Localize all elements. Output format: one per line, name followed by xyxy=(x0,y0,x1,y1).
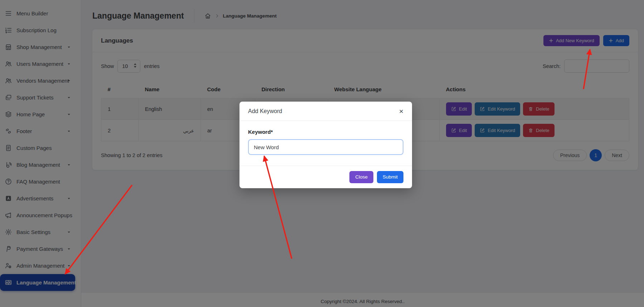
add-keyword-modal: Add Keyword × Keyword* Close Submit xyxy=(239,102,412,188)
modal-submit-button[interactable]: Submit xyxy=(377,171,403,183)
modal-title: Add Keyword xyxy=(248,108,282,114)
keyword-input[interactable] xyxy=(248,139,403,155)
close-icon[interactable]: × xyxy=(399,107,403,115)
page: Menu Builder Subscription Log Shop Manag… xyxy=(0,0,644,307)
modal-close-button[interactable]: Close xyxy=(349,171,373,183)
keyword-field-label: Keyword* xyxy=(248,129,403,135)
modal-header: Add Keyword × xyxy=(239,102,412,121)
modal-footer: Close Submit xyxy=(239,166,412,188)
